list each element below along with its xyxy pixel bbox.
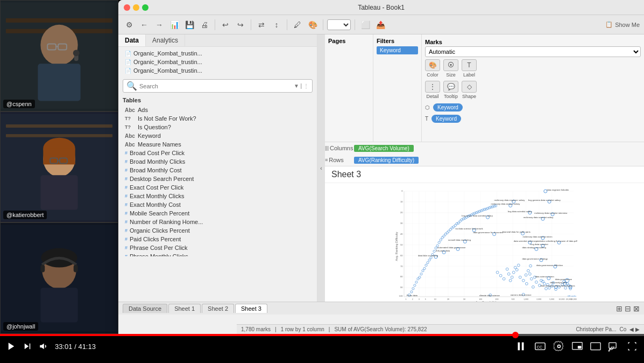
dashboard-icon[interactable]: ⊟ <box>625 304 631 313</box>
svg-point-117 <box>509 279 512 282</box>
rows-label: ≡ Rows <box>325 157 352 163</box>
marks-detail-btn[interactable]: ⋮ Detail <box>425 81 440 99</box>
sidebar-tab-analytics[interactable]: Analytics <box>146 34 185 46</box>
tab-sheet1[interactable]: Sheet 1 <box>168 304 201 313</box>
tab-sheet3[interactable]: Sheet 3 <box>235 304 267 313</box>
filter-keyword[interactable]: Keyword <box>377 46 418 54</box>
tab-sheet2[interactable]: Sheet 2 <box>202 304 234 313</box>
measure-broad-clicks[interactable]: # Broad Monthly Clicks <box>118 157 317 166</box>
progress-bar-container[interactable] <box>0 334 644 336</box>
measure-exact-clicks[interactable]: # Exact Monthly Clicks <box>118 192 317 200</box>
color-icon: 🎨 <box>425 59 440 71</box>
svg-text:Avg. Search Volume: Avg. Search Volume <box>476 301 502 302</box>
collapse-sidebar-button[interactable]: ‹ <box>317 34 325 302</box>
marks-shape-btn[interactable]: ◇ Shape <box>462 81 477 99</box>
file-name-2[interactable]: Organic_Kombat_trustin... <box>133 59 202 65</box>
svg-point-124 <box>412 288 414 290</box>
svg-text:data analyst jobs: data analyst jobs <box>550 281 567 284</box>
captions-button[interactable]: CC <box>534 340 546 352</box>
svg-text:50,000: 50,000 <box>571 298 577 301</box>
svg-text:100: 100 <box>399 295 404 297</box>
marks-tooltip-btn[interactable]: 💬 Tooltip <box>443 81 458 99</box>
toolbar: ⚙ ← → 📊 💾 🖨 ↩ ↪ ⇄ ↕ 🖊 🎨 Entire View ⬜ 📤 … <box>118 15 644 34</box>
measure-desktop[interactable]: # Desktop Search Percent <box>118 174 317 183</box>
measure-phrase-clicks[interactable]: # Phrase Monthly Clicks <box>118 252 317 256</box>
toolbar-btn-swap[interactable]: ⇄ <box>255 18 268 31</box>
pause-indicator[interactable] <box>515 340 527 352</box>
svg-point-113 <box>499 274 502 277</box>
columns-pill[interactable]: AVG(Search Volume) <box>354 145 414 152</box>
type-ads: Abc <box>125 107 136 113</box>
add-sheet-icon[interactable]: ⊞ <box>616 304 622 313</box>
measure-exact-cpc[interactable]: # Exact Cost Per Click <box>118 183 317 192</box>
theater-button[interactable] <box>590 341 601 352</box>
show-me-btn[interactable]: 📋 Show Me <box>605 21 640 28</box>
separator-4 <box>323 19 323 30</box>
table-keyword[interactable]: Abc Keyword <box>118 131 317 140</box>
svg-rect-2 <box>6 18 112 23</box>
sidebar-tab-data[interactable]: Data <box>118 34 146 46</box>
toolbar-btn-sort[interactable]: ↕ <box>270 18 283 31</box>
volume-button[interactable] <box>39 341 48 351</box>
scatter-plot: Avg. Ranking Difficulty 0 10 20 30 40 50… <box>325 185 644 302</box>
search-input[interactable] <box>139 83 292 89</box>
marks-size-btn[interactable]: ⦿ Size <box>443 59 458 78</box>
measure-paid-clicks[interactable]: # Paid Clicks Percent <box>118 235 317 243</box>
toolbar-btn-color[interactable]: 🎨 <box>306 18 319 31</box>
minimize-button[interactable] <box>133 4 139 11</box>
play-button[interactable] <box>6 341 16 351</box>
table-measure-names[interactable]: Abc Measure Names <box>118 140 317 149</box>
file-name-1[interactable]: Organic_Kombat_trustin... <box>133 50 202 57</box>
save-button[interactable]: 💾 <box>183 18 196 31</box>
measure-ranking-home[interactable]: # Number of Ranking Home... <box>118 218 317 226</box>
undo-button[interactable]: ↩ <box>219 18 232 31</box>
marks-color-btn[interactable]: 🎨 Color <box>425 59 440 78</box>
new-sheet-button[interactable]: 📊 <box>168 18 181 31</box>
rows-pill[interactable]: AVG(Ranking Difficulty) <box>354 157 419 164</box>
measure-mobile[interactable]: # Mobile Search Percent <box>118 209 317 218</box>
table-question[interactable]: T? Is Question? <box>118 123 317 131</box>
marks-type-select[interactable]: Automatic <box>425 46 641 57</box>
story-icon[interactable]: ⊠ <box>633 304 640 313</box>
forward-button[interactable]: → <box>153 18 166 31</box>
toolbar-fit-button[interactable]: ⬜ <box>359 18 372 31</box>
measure-exact-monthly-cost[interactable]: # Exact Monthly Cost <box>118 200 317 209</box>
svg-text:mckinsey data scientist intern: mckinsey data scientist intern <box>523 235 553 238</box>
measure-broad-cost[interactable]: # Broad Cost Per Click <box>118 149 317 157</box>
cast-button[interactable] <box>608 341 619 352</box>
table-ads[interactable]: Abc Ads <box>118 106 317 114</box>
miniplayer-button[interactable] <box>572 341 583 352</box>
view-dropdown[interactable]: Entire View <box>327 19 351 30</box>
label-question: Is Question? <box>138 124 171 130</box>
sum-label: SUM of AVG(Search Volume): 275,822 <box>334 326 427 332</box>
webcam-label-katie: @katierobbert <box>3 211 47 219</box>
measure-phrase-cpc[interactable]: # Phrase Cost Per Click <box>118 243 317 252</box>
measure-organic-clicks[interactable]: # Organic Clicks Percent <box>118 226 317 235</box>
file-name-3[interactable]: Organic_Kombat_trustin... <box>133 67 202 74</box>
measure-label-3: Broad Monthly Cost <box>130 167 182 173</box>
back-button[interactable]: ← <box>138 18 151 31</box>
tab-data-source[interactable]: Data Source <box>123 304 167 313</box>
table-nsfw[interactable]: T? Is Not Safe For Work? <box>118 114 317 123</box>
fullscreen-button[interactable] <box>627 341 638 352</box>
toolbar-btn-marks[interactable]: 🖊 <box>291 18 304 31</box>
settings-button[interactable] <box>554 341 564 352</box>
close-button[interactable] <box>124 4 130 11</box>
maximize-button[interactable] <box>142 4 148 11</box>
separator2: | <box>329 326 330 332</box>
toolbar-btn-1[interactable]: ⚙ <box>123 18 136 31</box>
redo-button[interactable]: ↪ <box>234 18 247 31</box>
svg-text:30: 30 <box>400 222 403 225</box>
traffic-lights[interactable] <box>124 4 148 11</box>
marks-label-btn[interactable]: T Label <box>462 59 477 78</box>
svg-point-140 <box>438 241 440 243</box>
svg-text:2: 2 <box>412 298 413 301</box>
keyword-pill-1[interactable]: Keyword <box>433 103 463 111</box>
svg-text:bcg senior data scientist sala: bcg senior data scientist salary <box>462 214 493 217</box>
print-button[interactable]: 🖨 <box>198 18 211 31</box>
keyword-pill-2[interactable]: Keyword <box>431 115 461 123</box>
user-label: Christopher Pa... <box>576 326 616 332</box>
toolbar-share[interactable]: 📤 <box>374 18 387 31</box>
measure-broad-monthly-cost[interactable]: # Broad Monthly Cost <box>118 166 317 174</box>
next-button[interactable] <box>23 341 32 351</box>
